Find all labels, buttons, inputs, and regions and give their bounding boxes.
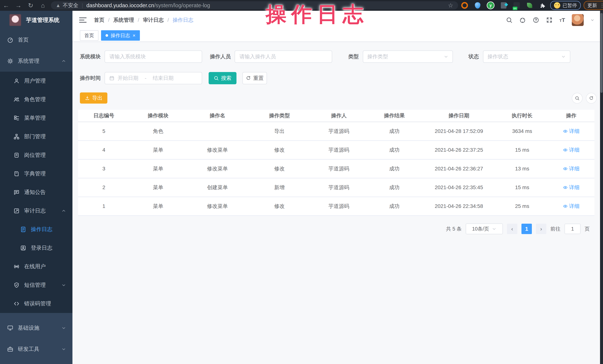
end-date-placeholder[interactable]: 结束日期: [153, 75, 174, 82]
home-icon[interactable]: ⌂: [37, 2, 49, 9]
extension-drop-icon[interactable]: [471, 2, 484, 9]
detail-link[interactable]: 详细: [563, 165, 580, 172]
sidebar-item-departments[interactable]: 部门管理: [0, 127, 72, 146]
module-input[interactable]: [109, 54, 198, 60]
type-label: 类型: [348, 51, 359, 63]
breadcrumb-item[interactable]: 审计日志: [143, 17, 164, 23]
search-icon[interactable]: [506, 17, 512, 23]
goto-page-input[interactable]: [565, 224, 580, 234]
url-host[interactable]: dashboard.yudao.iocoder.cn: [86, 2, 154, 9]
profile-paused-badge[interactable]: 已暂停: [550, 1, 581, 10]
bookmark-star-icon[interactable]: ☆: [448, 2, 453, 9]
breadcrumb-item[interactable]: 首页: [94, 17, 104, 23]
extension-leaf-icon[interactable]: [523, 3, 536, 8]
cell-result: 成功: [367, 146, 421, 154]
operator-input[interactable]: [239, 54, 328, 60]
tag-home[interactable]: 首页: [80, 30, 98, 41]
sidebar-item-dev-tools[interactable]: 研发工具: [0, 339, 72, 360]
sidebar-item-label: 用户管理: [24, 77, 46, 85]
security-label[interactable]: 不安全: [63, 2, 78, 9]
page-size-value: 10条/页: [472, 226, 489, 232]
user-avatar[interactable]: [572, 14, 584, 26]
sidebar-item-users[interactable]: 用户管理: [0, 72, 72, 90]
main-content: 系统模块 操作人员 类型 操作类型 状态 操作状态 操作时间 开始日期 - 结束…: [72, 42, 600, 364]
reset-button[interactable]: 重置: [243, 72, 267, 84]
sidebar-item-label: 登录日志: [31, 244, 52, 252]
sidebar-item-system[interactable]: 系统管理: [0, 51, 72, 72]
sidebar-item-error-codes[interactable]: 错误码管理: [0, 294, 72, 313]
sidebar-item-notices[interactable]: 通知公告: [0, 183, 72, 202]
table-row: 4 菜单 修改菜单 修改 芋道源码 成功 2021-04-26 22:37:25…: [78, 141, 594, 160]
gear-icon: [7, 58, 13, 64]
tag-label: 操作日志: [111, 32, 130, 39]
sidebar-item-menus[interactable]: 菜单管理: [0, 109, 72, 127]
operator-input-box[interactable]: [235, 51, 332, 63]
extensions-puzzle-icon[interactable]: [536, 3, 549, 8]
page-1-button[interactable]: 1: [522, 224, 532, 234]
detail-link[interactable]: 详细: [563, 203, 580, 210]
goto-label: 前往: [550, 226, 560, 232]
start-date-placeholder[interactable]: 开始日期: [118, 75, 139, 82]
breadcrumb-item[interactable]: 系统管理: [113, 17, 134, 23]
help-icon[interactable]: [533, 17, 539, 23]
chevron-down-icon: [61, 326, 66, 331]
export-button[interactable]: 导出: [80, 92, 107, 104]
operate-log-icon: [20, 226, 26, 232]
search-icon: [575, 96, 580, 101]
sidebar-item-roles[interactable]: 角色管理: [0, 90, 72, 109]
module-input-box[interactable]: [104, 51, 202, 63]
detail-link[interactable]: 详细: [563, 128, 580, 135]
logo-image: [9, 14, 21, 26]
col-header: 操作人: [310, 112, 367, 119]
font-size-icon[interactable]: TT: [559, 17, 565, 23]
sidebar-item-audit-log[interactable]: 审计日志: [0, 202, 72, 220]
col-header: 操作名: [186, 112, 249, 119]
browser-update-button[interactable]: 更新 ⋮: [584, 1, 603, 10]
extension-switch-icon[interactable]: on: [510, 2, 523, 9]
close-icon[interactable]: ×: [133, 33, 135, 38]
type-select[interactable]: 操作类型: [363, 51, 453, 63]
refresh-icon: [589, 96, 594, 101]
app-logo-row[interactable]: 芋道管理系统: [0, 11, 72, 29]
url-path[interactable]: /system/log/operate-log: [154, 2, 210, 9]
detail-link[interactable]: 详细: [563, 184, 580, 191]
search-button[interactable]: 搜索: [209, 72, 236, 84]
browser-menu-icon[interactable]: ⋮: [600, 4, 603, 7]
chevron-down-icon[interactable]: [590, 18, 594, 22]
detail-link[interactable]: 详细: [563, 146, 580, 154]
page-size-select[interactable]: 10条/页: [466, 223, 503, 234]
security-warning-icon[interactable]: ▲: [56, 3, 60, 8]
github-icon[interactable]: [519, 17, 526, 23]
col-header: 执行时长: [496, 112, 548, 119]
show-search-toggle-button[interactable]: [572, 93, 583, 104]
sidebar-item-login-log[interactable]: 登录日志: [0, 239, 72, 257]
table-row: 5 角色 导出 芋道源码 成功 2021-04-28 17:52:09 3634…: [78, 122, 594, 141]
sidebar-item-dictionary[interactable]: 字典管理: [0, 165, 72, 183]
prev-page-button[interactable]: ‹: [507, 224, 517, 234]
sidebar-item-sms[interactable]: 短信管理: [0, 276, 72, 294]
next-page-button[interactable]: ›: [536, 224, 546, 234]
refresh-table-button[interactable]: [586, 93, 597, 104]
status-select[interactable]: 操作状态: [483, 51, 570, 63]
sidebar-item-home[interactable]: 首页: [0, 29, 72, 51]
scrollbar-thumb[interactable]: [600, 13, 603, 93]
sidebar-item-operate-log[interactable]: 操作日志: [0, 220, 72, 239]
collapse-sidebar-icon[interactable]: [79, 17, 87, 23]
sidebar-item-posts[interactable]: 岗位管理: [0, 146, 72, 165]
cell-type: 新增: [248, 184, 310, 191]
reload-icon[interactable]: ↻: [24, 2, 37, 9]
sidebar-item-online-users[interactable]: 在线用户: [0, 257, 72, 276]
date-range-picker[interactable]: 开始日期 - 结束日期: [104, 72, 202, 84]
sidebar-item-infrastructure[interactable]: 基础设施: [0, 317, 72, 339]
fullscreen-icon[interactable]: [546, 17, 553, 23]
extension-grid-icon[interactable]: [497, 2, 510, 9]
tag-operate-log[interactable]: 操作日志 ×: [101, 30, 140, 41]
extension-y-icon[interactable]: y: [484, 1, 497, 9]
cell-module: 菜单: [130, 146, 186, 154]
page-scrollbar[interactable]: [600, 11, 603, 364]
back-icon[interactable]: ←: [0, 2, 12, 9]
forward-icon[interactable]: →: [12, 2, 24, 9]
address-bar[interactable]: ▲ 不安全 | dashboard.yudao.iocoder.cn /syst…: [51, 1, 458, 10]
extension-orange-icon[interactable]: [458, 2, 471, 9]
cell-name: 修改菜单: [186, 203, 249, 210]
